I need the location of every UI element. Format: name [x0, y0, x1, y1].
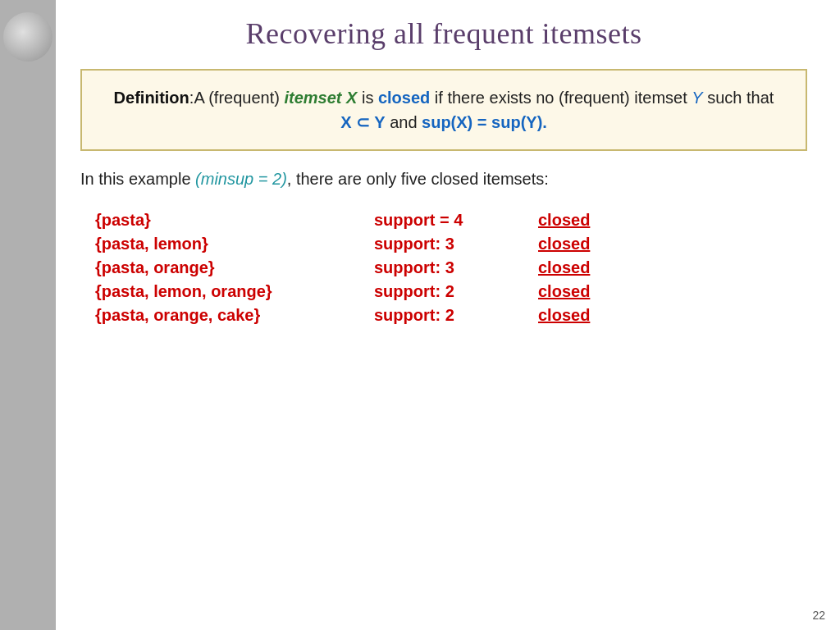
left-decoration	[0, 0, 56, 630]
definition-line1: Definition:A (frequent) itemset X is clo…	[102, 85, 786, 110]
table-row: {pasta, lemon}support: 3closed	[89, 232, 815, 256]
itemset-name: {pasta, orange}	[89, 256, 368, 280]
itemset-name: {pasta, lemon}	[89, 232, 368, 256]
slide-title: Recovering all frequent itemsets	[80, 16, 807, 51]
def-sup-eq: sup(X) = sup(Y).	[422, 113, 547, 131]
itemset-closed: closed	[532, 232, 815, 256]
table-row: {pasta, orange}support: 3closed	[89, 256, 815, 280]
main-content: Recovering all frequent itemsets Definit…	[56, 0, 840, 630]
itemset-name: {pasta, lemon, orange}	[89, 280, 368, 304]
def-text1: A (frequent)	[194, 89, 284, 107]
itemsets-table: {pasta}support = 4closed{pasta, lemon}su…	[89, 208, 815, 327]
def-y-label: Y	[692, 89, 702, 107]
example-text: In this example (minsup = 2), there are …	[80, 167, 807, 190]
itemset-support: support: 3	[368, 256, 532, 280]
table-row: {pasta, orange, cake}support: 2closed	[89, 304, 815, 327]
definition-line2: X ⊂ Y and sup(X) = sup(Y).	[102, 110, 786, 135]
itemset-support: support: 2	[368, 304, 532, 327]
def-text4: such that	[703, 89, 774, 107]
itemset-support: support: 3	[368, 232, 532, 256]
page-number: 22	[812, 609, 825, 622]
itemset-closed: closed	[532, 208, 815, 232]
def-bold-label: Definition	[114, 89, 189, 107]
example-minsup: (minsup = 2)	[195, 170, 287, 188]
def-equation: X ⊂ Y	[340, 113, 385, 131]
def-itemset-x: itemset X	[284, 89, 357, 107]
table-row: {pasta, lemon, orange}support: 2closed	[89, 280, 815, 304]
itemset-closed: closed	[532, 256, 815, 280]
table-row: {pasta}support = 4closed	[89, 208, 815, 232]
itemset-closed: closed	[532, 280, 815, 304]
itemset-support: support = 4	[368, 208, 532, 232]
itemset-name: {pasta}	[89, 208, 368, 232]
def-closed-label: closed	[378, 89, 430, 107]
itemset-closed: closed	[532, 304, 815, 327]
def-text3: if there exists no (frequent) itemset	[430, 89, 692, 107]
def-text2: is	[357, 89, 378, 107]
definition-box: Definition:A (frequent) itemset X is clo…	[80, 69, 807, 151]
itemset-support: support: 2	[368, 280, 532, 304]
circle-decoration	[3, 12, 52, 62]
slide-container: Recovering all frequent itemsets Definit…	[0, 0, 840, 630]
def-text5: and	[386, 113, 422, 131]
example-text1: In this example	[80, 170, 195, 188]
itemset-name: {pasta, orange, cake}	[89, 304, 368, 327]
example-text2: , there are only five closed itemsets:	[287, 170, 549, 188]
